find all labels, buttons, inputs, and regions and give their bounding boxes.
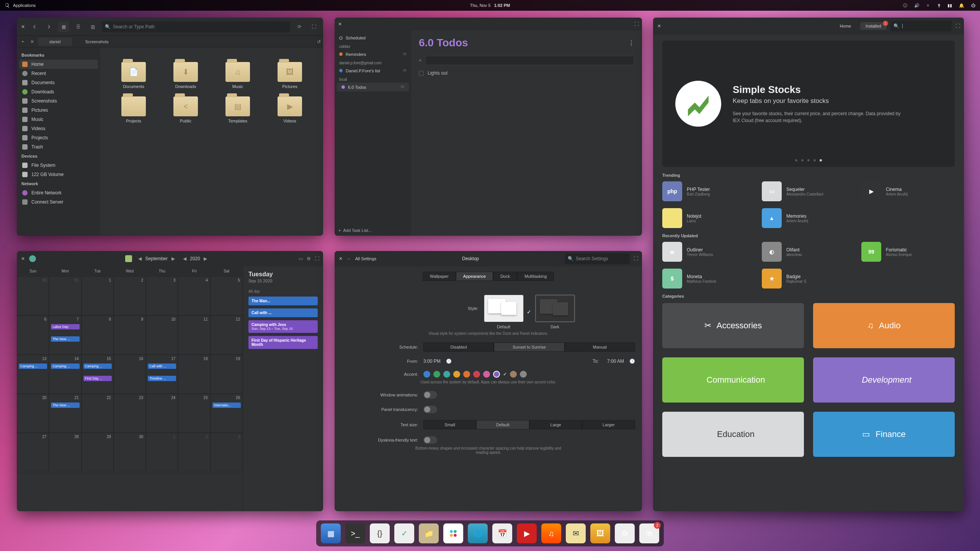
calendar-event[interactable]: The New ... [51, 403, 79, 408]
calendar-day[interactable]: 2 [114, 276, 146, 315]
home-tab[interactable]: Home [835, 22, 856, 30]
calendar-day[interactable]: 10 [146, 315, 178, 354]
calendar-day[interactable]: 7Labor DayThe New ... [49, 315, 81, 354]
category-card[interactable]: Education [662, 412, 804, 457]
app-card[interactable]: $MonetaMatheus Fantinel [662, 269, 750, 289]
close-icon[interactable]: ✕ [21, 256, 25, 261]
sidebar-item-pictures[interactable]: Pictures [17, 106, 100, 115]
agenda-event[interactable]: The Man... [248, 297, 318, 305]
app-card[interactable]: ≣OutlinerTrevor Williams [662, 242, 750, 262]
calendar-day[interactable]: 31 [49, 276, 81, 315]
prev-month-button[interactable]: ◀ [136, 255, 144, 262]
list-fores[interactable]: Daniel.P.Fore's list⟳ [335, 66, 411, 75]
featured-hero[interactable]: Simple Stocks Keep tabs on your favorite… [662, 41, 955, 167]
accent-blue[interactable] [423, 371, 430, 378]
calendar-day[interactable]: 20 [17, 394, 49, 433]
agenda-event[interactable]: Call with ... [248, 308, 318, 317]
accent-orange[interactable] [463, 371, 470, 378]
sidebar-item-music[interactable]: Music [17, 115, 100, 124]
sidebar-item-home[interactable]: Home [19, 60, 98, 69]
list-reminders[interactable]: Reminders⟳ [335, 50, 411, 59]
calendar-day[interactable]: 3 [146, 276, 178, 315]
calendar-day[interactable]: 4 [178, 276, 210, 315]
calendar-day[interactable]: 23 [114, 394, 146, 433]
calendar-event[interactable]: Timeline ... [148, 376, 176, 381]
accent-yellow[interactable] [453, 371, 460, 378]
accent-pink[interactable] [483, 371, 490, 378]
dock-settings[interactable]: ⚙ [615, 523, 635, 543]
animations-toggle[interactable] [423, 391, 437, 399]
calendar-day[interactable]: 1 [146, 433, 178, 472]
close-tab-icon[interactable]: ✕ [28, 39, 36, 44]
volume-icon[interactable]: 🔊 [914, 3, 920, 8]
tab-screenshots[interactable]: Screenshots [74, 37, 120, 46]
calendar-event[interactable]: Call with ... [148, 364, 176, 369]
calendar-day[interactable]: 17Call with ...Timeline ... [146, 355, 178, 394]
calendar-day[interactable]: 24 [146, 394, 178, 433]
calendar-day[interactable]: 22 [82, 394, 114, 433]
menu-icon[interactable]: ⋮ [628, 39, 634, 47]
maximize-icon[interactable]: ⛶ [309, 21, 319, 32]
dock-videos[interactable]: ▶ [517, 523, 537, 543]
dock-multitasking[interactable]: ▦ [321, 523, 341, 543]
battery-icon[interactable]: ▮▮ [947, 3, 952, 8]
calendar-event[interactable]: Camping ... [19, 364, 47, 369]
dock-terminal[interactable]: >_ [345, 523, 365, 543]
schedule-option[interactable]: Disabled [423, 342, 494, 352]
schedule-option[interactable]: Manual [565, 342, 635, 352]
calendar-event[interactable]: The New ... [51, 336, 79, 342]
wifi-icon[interactable]: ᯤ [926, 3, 931, 8]
category-card[interactable]: Development [813, 357, 955, 403]
accent-brown[interactable] [510, 371, 517, 378]
calendar-day[interactable]: 30 [114, 433, 146, 472]
add-event-icon[interactable]: ▭ [299, 256, 303, 261]
accent-purple[interactable] [493, 371, 500, 378]
theme-dark[interactable]: ✓Dark [535, 295, 575, 329]
sidebar-item-volume[interactable]: 122 GB Volume [17, 170, 100, 179]
calendar-event[interactable]: Camping ... [51, 364, 79, 369]
calendar-day[interactable]: 11 [178, 315, 210, 354]
dock-files[interactable]: 📁 [419, 523, 439, 543]
dock-code[interactable]: {} [370, 523, 390, 543]
scheduled-list[interactable]: Scheduled [335, 34, 411, 42]
dock-tasks[interactable]: ✓ [394, 523, 414, 543]
appcenter-search[interactable]: 🔍 [890, 21, 952, 31]
installed-tab[interactable]: Installed2 [860, 22, 887, 30]
sidebar-item-connect[interactable]: Connect Server [17, 197, 100, 207]
textsize-option[interactable]: Small [423, 420, 476, 429]
clock-icon[interactable]: 🕒 [446, 359, 452, 364]
new-task-input[interactable] [425, 56, 634, 65]
app-card[interactable]: ▶CinemaArtem Anufrij [861, 181, 949, 201]
theme-default[interactable]: Default [484, 295, 524, 329]
close-icon[interactable]: ✕ [338, 22, 342, 26]
reload-icon[interactable]: ⟳ [294, 21, 305, 32]
folder-item[interactable]: 🖼Pictures [266, 62, 314, 89]
calendar-day[interactable]: 30 [17, 276, 49, 315]
tab-history-icon[interactable]: ↺ [317, 39, 321, 44]
calendar-day[interactable]: 28 [49, 433, 81, 472]
accent-teal[interactable] [443, 371, 450, 378]
dock-mail[interactable]: ✉ [566, 523, 586, 543]
maximize-icon[interactable]: ⛶ [315, 256, 319, 261]
app-card[interactable]: phpPHP TesterBart Zaalberg [662, 181, 750, 201]
hero-pager[interactable] [795, 159, 822, 161]
calendar-day[interactable]: 12 [211, 315, 243, 354]
panel-clock[interactable]: Thu, Nov 5 1:02 PM [470, 3, 510, 8]
tab-daniel[interactable]: daniel [38, 37, 72, 46]
app-card[interactable]: ◐Olifantalexcleac [762, 242, 850, 262]
back-button[interactable] [29, 21, 40, 32]
app-card[interactable]: ▭SequelerAlessandro Castellani [762, 181, 850, 201]
new-tab-icon[interactable]: + [19, 39, 26, 44]
calendar-event[interactable]: Camping ... [83, 364, 112, 369]
notifications-icon[interactable]: 🔔 [959, 3, 964, 8]
next-year-button[interactable]: ▶ [202, 255, 209, 262]
calendar-day[interactable]: 16 [114, 355, 146, 394]
close-icon[interactable]: ✕ [21, 24, 25, 29]
today-icon[interactable] [125, 255, 132, 262]
app-card[interactable]: ★BadgieRajkumar S [762, 269, 850, 289]
calendar-day[interactable]: 9 [114, 315, 146, 354]
schedule-option[interactable]: Sunset to Sunrise [494, 342, 564, 352]
clock-icon[interactable]: 🕒 [629, 359, 635, 364]
translucency-toggle[interactable] [423, 406, 437, 413]
dock-music[interactable]: ♫ [541, 523, 561, 543]
